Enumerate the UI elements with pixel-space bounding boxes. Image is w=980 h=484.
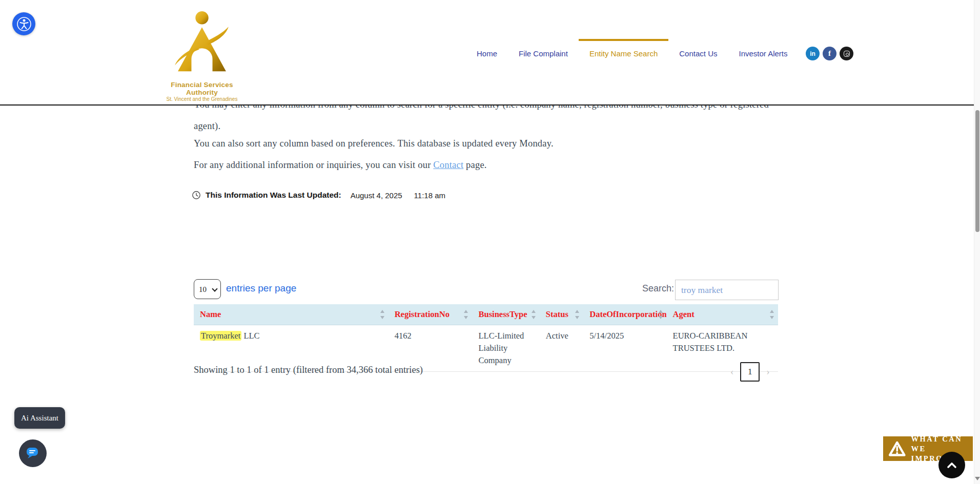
last-updated-time: 11:18 am	[414, 191, 445, 200]
column-header-business-type[interactable]: BusinessType	[472, 304, 539, 325]
pagination-page-1-button[interactable]: 1	[740, 362, 760, 382]
entity-table: Name RegistrationNo BusinessType Status …	[194, 304, 778, 372]
scrollbar-down-arrow-icon[interactable]	[975, 477, 980, 480]
search-input[interactable]	[675, 280, 779, 300]
nav-item-file-complaint[interactable]: File Complaint	[519, 43, 568, 65]
scrollbar-thumb[interactable]	[975, 110, 979, 232]
facebook-button[interactable]: f	[823, 47, 836, 60]
accessibility-button[interactable]	[12, 12, 35, 35]
search-match-highlight: Troymarket	[200, 331, 241, 341]
page-size-control: 10	[194, 279, 221, 299]
nav-item-home[interactable]: Home	[477, 43, 497, 65]
site-header: Financial Services Authority St. Vincent…	[0, 0, 974, 106]
logo-title: Financial Services Authority	[158, 81, 246, 96]
column-header-agent[interactable]: Agent	[667, 304, 778, 325]
nav-item-entity-name-search[interactable]: Entity Name Search	[589, 43, 658, 65]
warning-icon	[888, 440, 906, 457]
column-label: Name	[200, 309, 221, 319]
last-updated-row: This Information Was Last Updated: Augus…	[192, 191, 445, 200]
intro-paragraph-2: You can also sort any column based on pr…	[194, 138, 554, 149]
logo[interactable]: Financial Services Authority St. Vincent…	[158, 10, 246, 102]
pagination-prev-button[interactable]: ‹	[730, 366, 733, 377]
intro-paragraph-3-text: For any additional information or inquir…	[194, 160, 433, 170]
pagination: ‹ 1 ›	[730, 362, 770, 382]
pagination-next-button[interactable]: ›	[766, 366, 769, 377]
sort-icon	[659, 310, 663, 319]
accessibility-icon	[16, 16, 32, 32]
column-label: DateOfIncorporation	[589, 309, 666, 319]
column-label: BusinessType	[478, 309, 527, 319]
sort-icon	[380, 310, 385, 319]
last-updated-date: August 4, 2025	[351, 191, 402, 200]
sort-icon	[464, 310, 468, 319]
logo-figure-icon	[174, 10, 230, 78]
column-label: Status	[546, 309, 568, 319]
ai-assistant-button[interactable]: Ai Assistant	[14, 407, 65, 429]
chevron-up-icon	[946, 460, 958, 470]
chat-button[interactable]	[19, 439, 47, 467]
improve-banner-line1: WHAT CAN	[911, 434, 973, 444]
table-header-row: Name RegistrationNo BusinessType Status …	[194, 304, 778, 325]
linkedin-icon: in	[810, 50, 815, 57]
nav-item-contact-us[interactable]: Contact Us	[679, 43, 717, 65]
column-label: Agent	[673, 309, 695, 319]
nav-item-investor-alerts[interactable]: Investor Alerts	[739, 43, 787, 65]
sort-icon	[770, 310, 774, 319]
column-label: RegistrationNo	[395, 309, 450, 319]
table-summary: Showing 1 to 1 of 1 entry (filtered from…	[194, 365, 423, 375]
column-header-name[interactable]: Name	[194, 304, 389, 325]
sort-icon	[532, 310, 536, 319]
name-suffix: LLC	[241, 331, 259, 341]
cell-business-type: LLC-Limited Liability Company	[472, 325, 539, 371]
scrollbar[interactable]	[974, 0, 980, 484]
column-header-registration-no[interactable]: RegistrationNo	[389, 304, 473, 325]
intro-paragraph-3: For any additional information or inquir…	[194, 160, 487, 171]
last-updated-label: This Information Was Last Updated:	[206, 191, 341, 200]
intro-paragraph-1-cont: agent).	[194, 121, 220, 132]
cell-date-of-incorporation: 5/14/2025	[583, 325, 666, 371]
instagram-icon	[844, 51, 850, 57]
column-header-date-of-incorporation[interactable]: DateOfIncorporation	[583, 304, 666, 325]
cell-status: Active	[540, 325, 583, 371]
main-nav: Home File Complaint Entity Name Search C…	[477, 43, 788, 65]
scroll-top-button[interactable]	[938, 452, 965, 478]
column-header-status[interactable]: Status	[540, 304, 583, 325]
linkedin-button[interactable]: in	[806, 47, 820, 60]
page-size-select[interactable]: 10	[194, 279, 221, 299]
logo-subtitle: St. Vincent and the Grenadines	[158, 96, 246, 102]
contact-link[interactable]: Contact	[433, 160, 463, 170]
entries-per-page-label: entries per page	[226, 283, 296, 294]
intro-paragraph-3-tail: page.	[463, 160, 486, 170]
search-label: Search:	[642, 283, 674, 294]
instagram-button[interactable]	[840, 47, 853, 60]
chat-icon	[25, 445, 41, 461]
sort-icon	[575, 310, 580, 319]
clock-icon	[192, 191, 201, 200]
facebook-icon: f	[828, 49, 831, 58]
